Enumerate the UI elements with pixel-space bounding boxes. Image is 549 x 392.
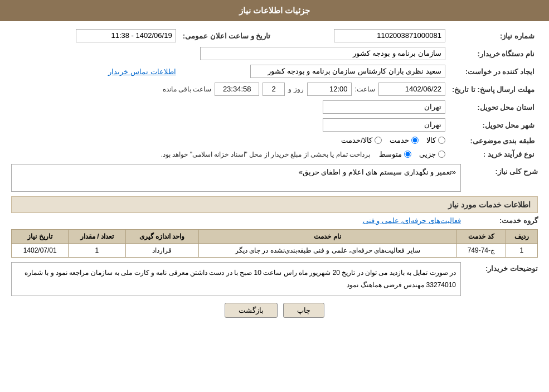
category-kala-khadamat-option[interactable]: کالا/خدمت bbox=[341, 136, 382, 144]
category-kala-label: کالا bbox=[426, 136, 436, 144]
cell-service-name: سایر فعالیت‌های حرفه‌ای، علمی و فنی طبقه… bbox=[198, 244, 456, 258]
category-kala-option[interactable]: کالا bbox=[426, 136, 445, 144]
creator-contact-link[interactable]: اطلاعات تماس خریدار bbox=[108, 67, 176, 76]
col-header-qty: تعداد / مقدار bbox=[69, 230, 125, 244]
process-motevaset-label: متوسط bbox=[379, 150, 402, 158]
buyer-org-value: سازمان برنامه و بودجه کشور bbox=[200, 47, 445, 60]
process-label: نوع فرآیند خرید : bbox=[449, 148, 538, 161]
category-label: طبقه بندی موضوعی: bbox=[449, 134, 538, 148]
deadline-time: 12:00 bbox=[307, 83, 352, 96]
service-group-label: گروه خدمت: bbox=[465, 216, 538, 225]
announce-datetime-label: تاریخ و ساعت اعلان عمومی: bbox=[179, 27, 274, 45]
description-value: «تعمیر و نگهداری سیستم های اعلام و اطفای… bbox=[11, 164, 461, 192]
deadline-date: 1402/06/22 bbox=[378, 83, 445, 96]
province-label: استان محل تحویل: bbox=[449, 98, 538, 116]
deadline-label: مهلت ارسال پاسخ: تا تاریخ: bbox=[449, 80, 538, 98]
buyer-org-label: نام دستگاه خریدار: bbox=[449, 45, 538, 62]
back-button[interactable]: بازگشت bbox=[225, 303, 278, 318]
category-kala-khadamat-label: کالا/خدمت bbox=[341, 136, 372, 144]
category-khadamat-label: خدمت bbox=[390, 136, 409, 144]
city-label: شهر محل تحویل: bbox=[449, 116, 538, 134]
deadline-days: 2 bbox=[263, 83, 285, 96]
creator-label: ایجاد کننده در خواست: bbox=[449, 62, 538, 80]
category-khadamat-option[interactable]: خدمت bbox=[390, 136, 419, 144]
action-buttons: چاپ بازگشت bbox=[11, 303, 538, 318]
process-jozvi-label: جزیی bbox=[419, 150, 436, 158]
page-title: جزئیات اطلاعات نیاز bbox=[239, 6, 310, 15]
cell-row-num: 1 bbox=[506, 244, 537, 258]
col-header-unit: واحد اندازه گیری bbox=[125, 230, 198, 244]
deadline-remaining-time: 23:34:58 bbox=[215, 83, 259, 96]
need-number-value: 1102003871000081 bbox=[334, 29, 445, 42]
process-radio-group: جزیی متوسط bbox=[379, 150, 445, 158]
page-header: جزئیات اطلاعات نیاز bbox=[0, 0, 549, 21]
table-row: 1 ج-74-749 سایر فعالیت‌های حرفه‌ای، علمی… bbox=[12, 244, 538, 258]
print-button[interactable]: چاپ bbox=[283, 303, 324, 318]
buyer-desc-value: در صورت تمایل به بازدید می توان در تاریخ… bbox=[11, 262, 461, 296]
cell-unit: قرارداد bbox=[125, 244, 198, 258]
deadline-remaining-label: ساعت باقی مانده bbox=[163, 85, 212, 93]
deadline-time-label: ساعت: bbox=[355, 85, 375, 93]
city-value: تهران bbox=[323, 118, 445, 132]
service-group-value[interactable]: فعالیت‌های حرفه‌ای، علمی و فنی bbox=[363, 216, 461, 225]
deadline-day-label: روز و bbox=[288, 85, 303, 93]
process-note: پرداخت تمام یا بخشی از مبلغ خریدار از مح… bbox=[161, 151, 370, 158]
col-header-date: تاریخ نیاز bbox=[12, 230, 69, 244]
announce-datetime-value: 1402/06/19 - 11:38 bbox=[76, 29, 176, 42]
cell-date: 1402/07/01 bbox=[12, 244, 69, 258]
col-header-name: نام خدمت bbox=[198, 230, 456, 244]
cell-service-code: ج-74-749 bbox=[456, 244, 506, 258]
cell-quantity: 1 bbox=[69, 244, 125, 258]
services-table: ردیف کد خدمت نام خدمت واحد اندازه گیری ت… bbox=[11, 229, 538, 258]
col-header-code: کد خدمت bbox=[456, 230, 506, 244]
process-motevaset-option[interactable]: متوسط bbox=[379, 150, 411, 158]
services-section-header: اطلاعات خدمات مورد نیاز bbox=[11, 196, 538, 213]
need-number-label: شماره نیاز: bbox=[449, 27, 538, 45]
buyer-desc-label: توضیحات خریدار: bbox=[465, 262, 538, 273]
description-label: شرح کلی نیاز: bbox=[465, 164, 538, 176]
process-jozvi-option[interactable]: جزیی bbox=[419, 150, 445, 158]
creator-value: سعید نظری باران کارشناس سازمان برنامه و … bbox=[250, 65, 445, 78]
province-value: تهران bbox=[323, 100, 445, 114]
category-radio-group: کالا خدمت کالا/خدمت bbox=[341, 136, 445, 144]
col-header-row: ردیف bbox=[506, 230, 537, 244]
